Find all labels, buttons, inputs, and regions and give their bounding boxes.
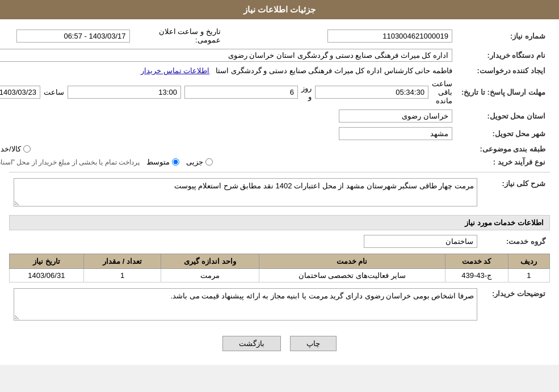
- noefrayand-note: پرداخت تمام یا بخشی از مبلغ خریدار از مح…: [0, 158, 140, 166]
- radio-kala-khedmat-label: کالا/خدمت: [0, 145, 21, 153]
- radio-motavaset-input[interactable]: [172, 158, 179, 166]
- shahr-input: مشهد: [339, 127, 452, 140]
- info-table: شماره نیاز: 1103004621000019 تاریخ و ساع…: [0, 25, 550, 168]
- page-title: جزئیات اطلاعات نیاز: [243, 5, 316, 14]
- col-unit: واحد اندازه گیری: [161, 254, 259, 269]
- row-sharh: شرح کلی نیاز: مرمت چهار طاقی سنگبر شهرست…: [9, 176, 550, 210]
- shahr-value: مشهد: [0, 125, 457, 142]
- group-input: ساختمان: [364, 235, 477, 248]
- dastasgah-label: نام دستگاه خریدار:: [457, 47, 550, 64]
- ijad-value: فاطمه حانی کارشناس اداره کل میراث فرهنگی…: [0, 64, 457, 77]
- dastasgah-value: اداره کل میراث فرهنگی صنایع دستی و گردشگ…: [0, 47, 457, 64]
- remaining-input: 05:34:30: [315, 86, 428, 99]
- content-area: شماره نیاز: 1103004621000019 تاریخ و ساع…: [0, 19, 559, 365]
- row-shomara: شماره نیاز: 1103004621000019 تاریخ و ساع…: [0, 25, 550, 47]
- cell-date: 1403/06/31: [10, 269, 84, 283]
- tabaqe-value: کالا خدمت کالا/خدمت: [0, 142, 457, 155]
- page-wrapper: جزئیات اطلاعات نیاز شماره نیاز: 11030046…: [0, 0, 559, 365]
- ijad-label: ایجاد کننده درخواست:: [457, 64, 550, 77]
- ostan-label: استان محل تحویل:: [457, 107, 550, 125]
- cell-radif: 1: [508, 269, 549, 283]
- divider1: [9, 172, 550, 172]
- group-label: گروه خدمت:: [482, 233, 550, 250]
- noefrayand-radios: پرداخت تمام یا بخشی از مبلغ خریدار از مح…: [0, 158, 452, 166]
- sharh-table: شرح کلی نیاز: مرمت چهار طاقی سنگبر شهرست…: [9, 176, 550, 210]
- cell-code: ج-43-439: [445, 269, 508, 283]
- col-code: کد خدمت: [445, 254, 508, 269]
- noefrayand-label: نوع فرآیند خرید :: [457, 155, 550, 168]
- tozihat-table: توضیحات خریدار: صرفا اشخاص بومی خراسان ر…: [9, 286, 550, 324]
- tarikh-aalan-label: تاریخ و ساعت اعلان عمومی:: [135, 25, 225, 47]
- services-thead: ردیف کد خدمت نام خدمت واحد اندازه گیری ت…: [10, 254, 550, 269]
- bottom-buttons: چاپ بازگشت: [9, 328, 550, 359]
- dastasgah-input: اداره کل میراث فرهنگی صنایع دستی و گردشگ…: [0, 49, 452, 62]
- radio-kala-khedmat: کالا/خدمت: [0, 145, 31, 153]
- tarikh-aalan-value: 1403/03/17 - 06:57: [0, 25, 135, 47]
- col-date: تاریخ نیاز: [10, 254, 84, 269]
- services-table: ردیف کد خدمت نام خدمت واحد اندازه گیری ت…: [9, 254, 550, 283]
- cell-count: 1: [83, 269, 161, 283]
- col-radif: ردیف: [508, 254, 549, 269]
- row-noefrayand: نوع فرآیند خرید : پرداخت تمام یا بخشی از…: [0, 155, 550, 168]
- shomara-value: 1103004621000019: [225, 25, 457, 47]
- radio-jozei-input[interactable]: [205, 158, 213, 166]
- services-tbody: 1 ج-43-439 سایر فعالیت‌های تخصصی ساختمان…: [10, 269, 550, 283]
- radio-motavaset: متوسط: [146, 158, 179, 166]
- ostan-input: خراسان رضوی: [339, 109, 452, 123]
- shahr-label: شهر محل تحویل:: [457, 125, 550, 142]
- tabaqe-label: طبقه بندی موضوعی:: [457, 142, 550, 155]
- remaining-label: ساعت باقی مانده: [432, 79, 452, 105]
- row-ijad: ایجاد کننده درخواست: فاطمه حانی کارشناس …: [0, 64, 550, 77]
- page-header: جزئیات اطلاعات نیاز: [0, 0, 559, 19]
- roz-input: 6: [184, 86, 298, 99]
- roz-label: روز و: [301, 84, 312, 101]
- time-input: 13:00: [68, 86, 181, 99]
- print-button[interactable]: چاپ: [290, 336, 337, 351]
- date-input: 1403/03/23: [0, 86, 40, 99]
- row-tabaqe: طبقه بندی موضوعی: کالا خدمت کالا/خدمت: [0, 142, 550, 155]
- back-button[interactable]: بازگشت: [222, 336, 281, 351]
- group-table: گروه خدمت: ساختمان: [9, 233, 550, 250]
- group-value: ساختمان: [9, 233, 482, 250]
- date-time-row: 1403/03/23 ساعت 13:00 6 روز و 05:34:30 س…: [0, 79, 452, 105]
- row-tozihat: توضیحات خریدار: صرفا اشخاص بومی خراسان ر…: [9, 286, 550, 324]
- tozihat-value: صرفا اشخاص بومی خراسان رضوی دارای گرید م…: [9, 286, 482, 324]
- col-name: نام خدمت: [259, 254, 445, 269]
- tozihat-textarea[interactable]: صرفا اشخاص بومی خراسان رضوی دارای گرید م…: [14, 288, 477, 321]
- row-ostan: استان محل تحویل: خراسان رضوی: [0, 107, 550, 125]
- ijad-text: فاطمه حانی کارشناس اداره کل میراث فرهنگی…: [216, 66, 452, 75]
- radio-jozei-label: جزیی: [186, 158, 203, 166]
- radio-jozei: جزیی: [186, 158, 213, 166]
- row-group: گروه خدمت: ساختمان: [9, 233, 550, 250]
- tozihat-label: توضیحات خریدار:: [482, 286, 550, 324]
- shomara-label: شماره نیاز:: [457, 25, 550, 47]
- ijad-link[interactable]: اطلاعات تماس خریدار: [141, 66, 209, 75]
- tabaqe-radios: کالا خدمت کالا/خدمت: [0, 145, 452, 153]
- cell-name: سایر فعالیت‌های تخصصی ساختمان: [259, 269, 445, 283]
- services-header-row: ردیف کد خدمت نام خدمت واحد اندازه گیری ت…: [10, 254, 550, 269]
- row-dastasgah: نام دستگاه خریدار: اداره کل میراث فرهنگی…: [0, 47, 550, 64]
- table-row: 1 ج-43-439 سایر فعالیت‌های تخصصی ساختمان…: [10, 269, 550, 283]
- khadamat-title: اطلاعات خدمات مورد نیاز: [9, 215, 550, 230]
- sharh-textarea[interactable]: مرمت چهار طاقی سنگبر شهرستان مشهد از محل…: [14, 178, 477, 206]
- radio-motavaset-label: متوسط: [146, 158, 170, 166]
- row-shahr: شهر محل تحویل: مشهد: [0, 125, 550, 142]
- tarikh-aalan-input: 1403/03/17 - 06:57: [16, 29, 130, 43]
- shomara-input: 1103004621000019: [327, 29, 452, 43]
- mohlat-label: مهلت ارسال پاسخ: تا تاریخ:: [457, 77, 550, 107]
- row-mohlat: مهلت ارسال پاسخ: تا تاریخ: 1403/03/23 سا…: [0, 77, 550, 107]
- radio-kala-khedmat-input[interactable]: [23, 145, 31, 153]
- sharh-value: مرمت چهار طاقی سنگبر شهرستان مشهد از محل…: [9, 176, 482, 210]
- cell-unit: مرمت: [161, 269, 259, 283]
- noefrayand-value: پرداخت تمام یا بخشی از مبلغ خریدار از مح…: [0, 155, 457, 168]
- mohlat-value: 1403/03/23 ساعت 13:00 6 روز و 05:34:30 س…: [0, 77, 457, 107]
- time-label: ساعت: [44, 88, 64, 96]
- sharh-label: شرح کلی نیاز:: [482, 176, 550, 210]
- ostan-value: خراسان رضوی: [0, 107, 457, 125]
- col-count: تعداد / مقدار: [83, 254, 161, 269]
